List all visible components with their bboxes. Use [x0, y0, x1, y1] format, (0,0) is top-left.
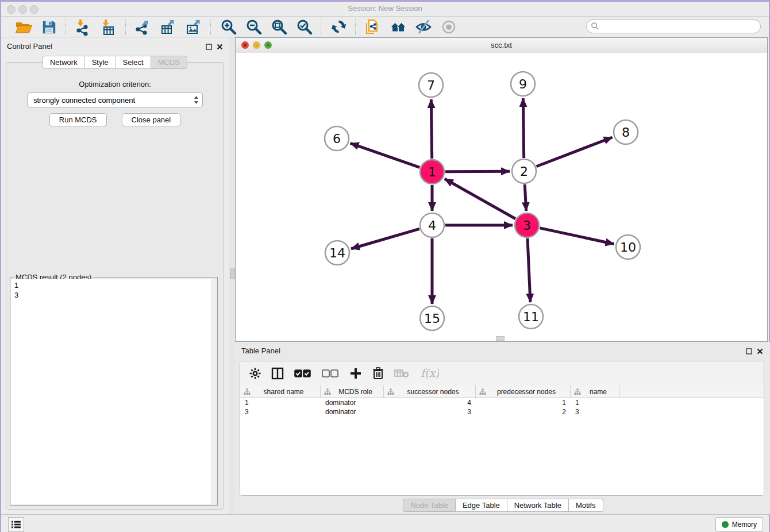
table-cell[interactable]: 3	[240, 407, 321, 417]
window-title: Session: New Session	[1, 4, 769, 13]
close-panel-button[interactable]: Close panel	[122, 113, 181, 126]
table-cell[interactable]: 1	[571, 398, 619, 407]
node-4[interactable]: 4	[420, 213, 444, 237]
hide-graphics-icon[interactable]	[415, 18, 432, 36]
show-columns-icon[interactable]	[271, 367, 284, 380]
import-table-icon[interactable]	[100, 18, 117, 36]
delete-column-icon[interactable]	[372, 367, 384, 380]
column-header-MCDS-role[interactable]: MCDS role	[321, 385, 384, 398]
select-stepper-icon	[194, 95, 199, 107]
edge-4-14[interactable]	[351, 229, 419, 249]
export-network-icon[interactable]	[134, 18, 152, 36]
table-cell[interactable]: dominator	[321, 407, 384, 417]
node-7[interactable]: 7	[419, 73, 443, 97]
node-1[interactable]: 1	[420, 160, 444, 184]
column-header-name[interactable]: name	[571, 385, 619, 398]
network-canvas[interactable]: 7968124314101511	[236, 53, 767, 341]
export-image-icon[interactable]	[185, 18, 202, 36]
show-graphics-icon[interactable]	[440, 18, 457, 36]
table-cell[interactable]: 2	[476, 407, 571, 417]
edge-2-9[interactable]	[523, 98, 523, 158]
criterion-select[interactable]: strongly connected component	[27, 92, 203, 107]
table-cell[interactable]: 3	[571, 407, 619, 417]
tab-style[interactable]: Style	[85, 56, 116, 69]
float-panel-icon[interactable]	[206, 42, 212, 52]
column-tree-icon	[574, 388, 581, 395]
close-table-panel-icon[interactable]	[757, 346, 763, 357]
node-6[interactable]: 6	[325, 126, 349, 151]
table-row[interactable]: 1dominator411	[240, 398, 764, 407]
edge-1-2[interactable]	[445, 171, 510, 172]
deselect-all-columns-icon[interactable]	[322, 368, 339, 379]
table-panel: Table Panel f(x) shared nameMCDS rolesuc…	[235, 342, 770, 514]
node-9[interactable]: 9	[511, 72, 535, 96]
edge-1-7[interactable]	[431, 99, 432, 159]
column-tree-icon	[479, 388, 486, 395]
clone-network-icon[interactable]	[364, 18, 382, 36]
tab-node-table[interactable]: Node Table	[403, 499, 456, 512]
zoom-selected-icon[interactable]	[295, 18, 313, 36]
table-row[interactable]: 3dominator323	[240, 407, 764, 417]
control-panel-title: Control Panel	[7, 42, 52, 51]
function-builder-icon: f(x)	[419, 367, 439, 380]
tab-motifs[interactable]: Motifs	[569, 499, 603, 512]
zoom-in-icon[interactable]	[220, 18, 237, 36]
add-column-icon[interactable]	[349, 367, 362, 380]
node-11[interactable]: 11	[519, 304, 543, 329]
svg-text:9: 9	[519, 77, 527, 91]
table-settings-icon[interactable]	[249, 368, 261, 379]
node-2[interactable]: 2	[512, 159, 536, 183]
view-resize-handle[interactable]	[496, 336, 505, 341]
optimization-criterion-label: Optimization criterion:	[6, 80, 224, 88]
node-15[interactable]: 15	[420, 306, 444, 330]
column-header-successor-nodes[interactable]: successor nodes	[384, 385, 476, 398]
mcds-result-text[interactable]: 1 3	[11, 279, 212, 504]
edge-3-11[interactable]	[528, 238, 530, 302]
splitter-handle[interactable]	[230, 268, 235, 279]
table-cell[interactable]: 3	[384, 407, 476, 417]
tab-network-table[interactable]: Network Table	[507, 499, 569, 512]
table-cell[interactable]: 1	[476, 398, 571, 407]
column-header-predecessor-nodes[interactable]: predecessor nodes	[476, 385, 571, 398]
task-history-button[interactable]	[8, 517, 24, 532]
import-network-icon[interactable]	[75, 18, 92, 36]
network-window-titlebar[interactable]: × − + scc.txt	[236, 38, 767, 53]
search-icon	[591, 22, 599, 33]
column-header-shared-name[interactable]: shared name	[240, 385, 321, 398]
memory-button[interactable]: Memory	[715, 517, 763, 532]
node-8[interactable]: 8	[614, 120, 638, 144]
edge-2-8[interactable]	[536, 137, 612, 167]
node-14[interactable]: 14	[325, 241, 349, 265]
export-table-icon[interactable]	[160, 18, 177, 36]
table-cell[interactable]: dominator	[321, 398, 384, 407]
table-panel-tabs: Node TableEdge TableNetwork TableMotifs	[235, 499, 770, 512]
float-table-panel-icon[interactable]	[746, 346, 752, 357]
network-graph[interactable]: 7968124314101511	[236, 53, 767, 341]
edge-3-10[interactable]	[540, 228, 614, 244]
tab-select[interactable]: Select	[116, 56, 151, 69]
open-file-icon[interactable]	[15, 18, 32, 36]
first-neighbors-icon[interactable]	[390, 18, 407, 36]
node-10[interactable]: 10	[616, 235, 640, 259]
search-input[interactable]	[586, 20, 761, 33]
edge-2-3[interactable]	[525, 184, 526, 211]
table-cell[interactable]: 1	[240, 398, 321, 407]
edge-1-6[interactable]	[351, 143, 420, 167]
edge-3-1[interactable]	[445, 179, 515, 218]
close-panel-icon[interactable]	[217, 42, 223, 52]
run-mcds-button[interactable]: Run MCDS	[49, 113, 107, 126]
select-all-columns-icon[interactable]	[294, 368, 311, 379]
zoom-fit-icon[interactable]	[270, 18, 287, 36]
panel-splitter[interactable]	[229, 37, 235, 514]
tab-network[interactable]: Network	[43, 56, 85, 69]
svg-text:f(x): f(x)	[421, 367, 439, 379]
table-cell[interactable]: 4	[384, 398, 476, 407]
refresh-layout-icon[interactable]	[330, 18, 347, 36]
result-scrollbar[interactable]	[211, 279, 217, 504]
node-3[interactable]: 3	[515, 213, 539, 237]
tab-edge-table[interactable]: Edge Table	[456, 499, 507, 512]
save-session-icon[interactable]	[40, 18, 57, 36]
delete-table-icon	[394, 368, 409, 379]
zoom-out-icon[interactable]	[245, 18, 262, 36]
tab-mcds[interactable]: MCDS	[151, 56, 187, 69]
